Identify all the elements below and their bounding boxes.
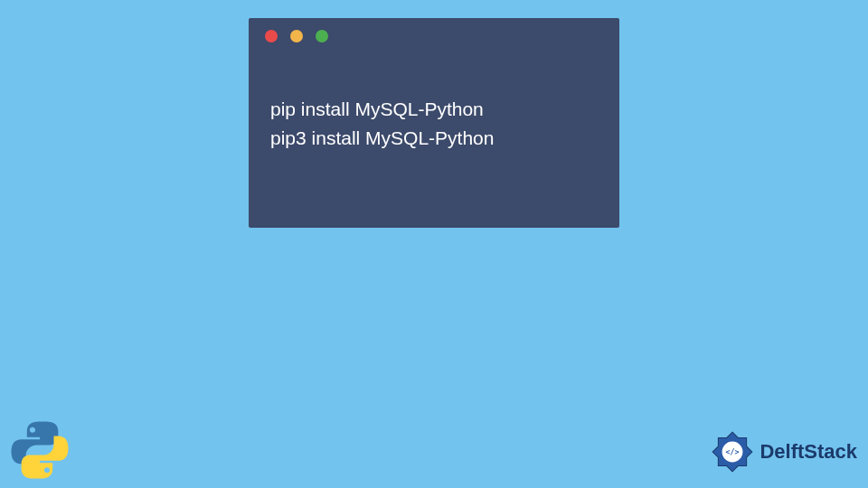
brand-icon: </>	[709, 428, 756, 475]
python-icon	[9, 419, 71, 481]
code-line: pip3 install MySQL-Python	[270, 124, 598, 153]
code-area: pip install MySQL-Python pip3 install My…	[249, 54, 619, 152]
minimize-icon[interactable]	[290, 30, 303, 42]
maximize-icon[interactable]	[316, 30, 328, 42]
terminal-window: pip install MySQL-Python pip3 install My…	[249, 18, 619, 228]
svg-text:</>: </>	[726, 447, 740, 456]
brand-logo: </> DelftStack	[709, 428, 857, 475]
code-line: pip install MySQL-Python	[270, 95, 598, 124]
brand-name: DelftStack	[760, 440, 857, 464]
terminal-titlebar	[249, 18, 619, 54]
close-icon[interactable]	[265, 30, 278, 42]
